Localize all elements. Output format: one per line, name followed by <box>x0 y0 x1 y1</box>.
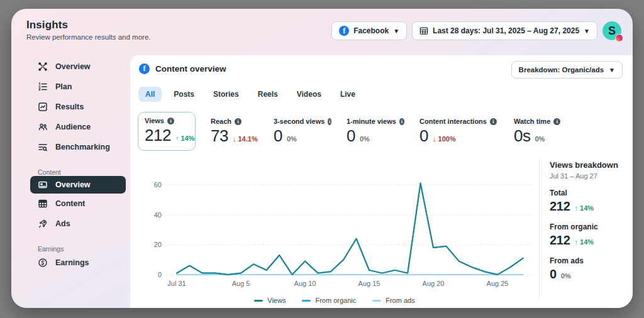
rocket-icon <box>38 219 48 229</box>
metric-label: Reach <box>211 118 231 125</box>
sidebar-item-content[interactable]: Content <box>11 194 130 214</box>
svg-text:20: 20 <box>154 241 162 248</box>
metric-delta: 0% <box>287 135 297 143</box>
metrics-row: Viewsi 212↑ 14% Reachi 73↓ 14.1% 3-secon… <box>138 112 562 151</box>
sidebar-item-label: Content <box>55 199 85 208</box>
sidebar-item-earnings[interactable]: Earnings <box>11 253 130 273</box>
metric-3-second-views[interactable]: 3-second viewsi 0 0% <box>274 112 331 146</box>
sidebar-item-label: Results <box>55 102 84 111</box>
tab-videos[interactable]: Videos <box>290 87 328 102</box>
chart-legend: ViewsFrom organicFrom ads <box>130 297 539 304</box>
svg-text:Jul 31: Jul 31 <box>167 280 186 287</box>
sidebar-item-label: Benchmarking <box>55 143 110 151</box>
sidebar-item-plan[interactable]: Plan <box>11 77 130 97</box>
chevron-down-icon: ▼ <box>393 28 399 35</box>
sidebar-item-ads[interactable]: Ads <box>11 214 130 234</box>
metric-value: 0 <box>274 126 282 146</box>
breakdown-row-value: 212 <box>550 233 570 248</box>
date-range-label: Last 28 days: Jul 31, 2025 – Aug 27, 202… <box>433 26 579 35</box>
sidebar-section-content: Content <box>11 162 130 176</box>
tab-live[interactable]: Live <box>333 87 362 102</box>
metric-content-interactions[interactable]: Content interactionsi 0↓ 100% <box>419 112 499 146</box>
ordered-list-icon <box>38 82 48 92</box>
breakdown-row-label: From ads <box>550 256 626 265</box>
info-icon[interactable]: i <box>399 118 404 125</box>
metric-watch-time[interactable]: Watch timei 0s 0% <box>514 112 562 146</box>
platform-selector-label: Facebook <box>353 26 389 35</box>
hub-icon <box>38 62 48 72</box>
tab-stories[interactable]: Stories <box>206 87 246 102</box>
breakdown-row-total: Total 212↑ 14% <box>550 189 626 214</box>
breakdown-dropdown[interactable]: Breakdown: Organic/ads ▼ <box>511 61 623 79</box>
metric-1-minute-views[interactable]: 1-minute viewsi 0 0% <box>347 112 404 146</box>
legend-swatch <box>372 300 381 302</box>
sidebar-item-label: Overview <box>55 180 91 189</box>
legend-item-from-organic[interactable]: From organic <box>302 297 356 304</box>
tab-posts[interactable]: Posts <box>167 87 201 102</box>
metric-views[interactable]: Viewsi 212↑ 14% <box>138 112 196 151</box>
breakdown-row-from-organic: From organic 212↑ 14% <box>550 222 626 248</box>
sidebar-item-results[interactable]: Results <box>11 97 130 117</box>
info-icon[interactable]: i <box>167 118 174 124</box>
breakdown-dropdown-label: Breakdown: Organic/ads <box>519 66 604 74</box>
legend-swatch <box>302 300 311 302</box>
svg-text:Aug 25: Aug 25 <box>487 280 509 287</box>
panel-title: Views breakdown <box>550 160 626 170</box>
info-icon[interactable]: i <box>235 118 242 125</box>
instagram-badge-icon <box>615 34 623 42</box>
svg-text:Aug 20: Aug 20 <box>423 280 445 287</box>
sidebar-item-label: Plan <box>55 82 72 91</box>
breakdown-row-delta: ↑ 14% <box>574 238 594 246</box>
legend-swatch <box>254 300 263 302</box>
svg-text:0: 0 <box>158 271 162 278</box>
breakdown-row-delta: 0% <box>561 272 571 280</box>
legend-label: From organic <box>315 297 356 304</box>
legend-item-from-ads[interactable]: From ads <box>372 297 414 304</box>
metric-reach[interactable]: Reachi 73↓ 14.1% <box>211 112 258 146</box>
info-icon[interactable]: i <box>328 118 331 125</box>
chevron-down-icon: ▼ <box>584 28 590 35</box>
legend-label: From ads <box>386 297 414 304</box>
legend-item-views[interactable]: Views <box>254 297 286 304</box>
info-icon[interactable]: i <box>490 118 497 125</box>
metric-value: 0 <box>347 126 355 146</box>
content-type-tabs: All Posts Stories Reels Videos Live <box>138 87 362 102</box>
views-breakdown-panel: Views breakdown Jul 31 – Aug 27 Total 21… <box>539 159 633 299</box>
metric-label: 1-minute views <box>347 118 396 125</box>
tab-reels[interactable]: Reels <box>251 87 285 102</box>
legend-label: Views <box>267 297 286 304</box>
svg-text:Aug 5: Aug 5 <box>232 280 250 287</box>
metric-delta: 0% <box>360 135 370 143</box>
date-range-button[interactable]: Last 28 days: Jul 31, 2025 – Aug 27, 202… <box>412 21 597 40</box>
metric-label: 3-second views <box>274 118 325 125</box>
tab-all[interactable]: All <box>138 87 162 102</box>
metric-label: Watch time <box>514 118 550 125</box>
platform-selector-button[interactable]: f Facebook ▼ <box>331 21 407 40</box>
breakdown-row-label: Total <box>550 189 626 197</box>
breakdown-row-label: From organic <box>550 222 626 231</box>
metric-delta: 0% <box>535 135 545 143</box>
facebook-icon: f <box>339 26 349 36</box>
metric-value: 73 <box>211 126 228 146</box>
info-icon[interactable]: i <box>553 118 560 125</box>
page-title: Insights <box>26 19 151 31</box>
facebook-icon: f <box>139 63 150 74</box>
sidebar-item-content-overview[interactable]: Overview <box>30 176 126 194</box>
content-overview-card: f Content overview Breakdown: Organic/ad… <box>130 55 633 308</box>
table-grid-icon <box>38 199 48 209</box>
sidebar-item-overview[interactable]: Overview <box>11 57 130 77</box>
people-icon <box>38 122 48 132</box>
sidebar-item-label: Ads <box>55 219 70 228</box>
breakdown-row-value: 212 <box>550 199 570 214</box>
metric-label: Views <box>145 117 164 124</box>
sidebar: Overview Plan Results Audience Benc <box>11 55 130 308</box>
metric-value: 0s <box>514 126 530 146</box>
avatar[interactable]: S <box>602 21 621 40</box>
chart-canvas: 0204060Jul 31Aug 5Aug 10Aug 15Aug 20Aug … <box>130 156 539 293</box>
sidebar-item-audience[interactable]: Audience <box>11 117 130 137</box>
views-line-chart: 0204060Jul 31Aug 5Aug 10Aug 15Aug 20Aug … <box>130 156 539 308</box>
sidebar-item-benchmarking[interactable]: Benchmarking <box>11 137 130 157</box>
sidebar-item-label: Audience <box>55 123 91 131</box>
sidebar-item-label: Overview <box>55 62 91 71</box>
topbar: f Facebook ▼ Last 28 days: Jul 31, 2025 … <box>331 21 621 40</box>
